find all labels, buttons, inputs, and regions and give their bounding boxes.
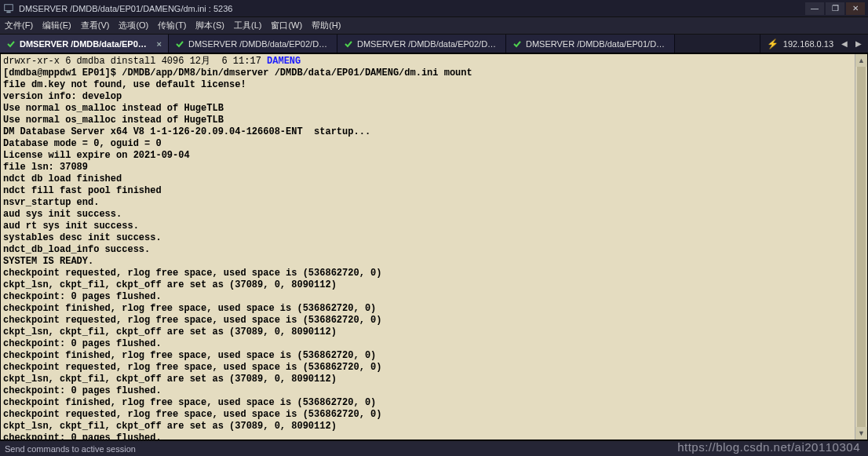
tab-bar: DMSERVER /DMDB/data/EP01/DAMENG/... × DM… [0, 35, 868, 53]
session-tab-0[interactable]: DMSERVER /DMDB/data/EP01/DAMENG/... × [0, 35, 169, 53]
menu-file[interactable]: 文件(F) [5, 20, 33, 31]
tab-label: DMSERVER /DMDB/data/EP01/DAMENG/dm.ini .… [526, 39, 668, 49]
tab-prev-button[interactable]: ◀ [838, 39, 851, 48]
host-indicator: ⚡ 192.168.0.13 ◀ ▶ [760, 35, 868, 53]
terminal-pane: drwxr-xr-x 6 dmdba dinstall 4096 12月 6 1… [0, 53, 868, 440]
close-button[interactable]: ✕ [846, 2, 865, 15]
title-bar: DMSERVER /DMDB/data/EP01/DAMENG/dm.ini :… [0, 0, 868, 17]
menu-view[interactable]: 查看(V) [81, 20, 110, 31]
minimize-button[interactable]: — [805, 2, 824, 15]
app-icon [3, 3, 14, 14]
session-tab-2[interactable]: DMSERVER /DMDB/data/EP02/DAMENG/dm.ini .… [337, 35, 506, 53]
menu-help[interactable]: 帮助(H) [312, 20, 341, 31]
checkmark-icon [512, 39, 522, 49]
svg-rect-1 [6, 11, 10, 13]
window-controls: — ❐ ✕ [805, 2, 865, 15]
lightning-icon: ⚡ [767, 38, 779, 49]
checkmark-icon [175, 39, 184, 49]
window-title: DMSERVER /DMDB/data/EP01/DAMENG/dm.ini :… [19, 4, 805, 13]
session-tab-1[interactable]: DMSERVER /DMDB/data/EP02/DAMENG/dm.ini .… [169, 35, 337, 53]
menu-option[interactable]: 选项(O) [119, 20, 148, 31]
svg-rect-0 [5, 4, 13, 10]
tab-close-icon[interactable]: × [157, 39, 162, 49]
tab-label: DMSERVER /DMDB/data/EP01/DAMENG/... [20, 39, 151, 49]
menu-bar: 文件(F) 编辑(E) 查看(V) 选项(O) 传输(T) 脚本(S) 工具(L… [0, 17, 868, 35]
remote-host-label: 192.168.0.13 [783, 39, 833, 49]
restore-button[interactable]: ❐ [826, 2, 844, 15]
menu-edit[interactable]: 编辑(E) [42, 20, 71, 31]
terminal-output[interactable]: drwxr-xr-x 6 dmdba dinstall 4096 12月 6 1… [1, 54, 867, 440]
status-bar: Send commands to active session [0, 440, 868, 456]
tab-label: DMSERVER /DMDB/data/EP02/DAMENG/dm.ini .… [188, 39, 330, 49]
menu-transfer[interactable]: 传输(T) [158, 20, 186, 31]
checkmark-icon [6, 39, 16, 49]
status-text: Send commands to active session [5, 444, 136, 454]
menu-tool[interactable]: 工具(L) [234, 20, 261, 31]
tab-next-button[interactable]: ▶ [852, 39, 865, 48]
session-tab-3[interactable]: DMSERVER /DMDB/data/EP01/DAMENG/dm.ini .… [506, 35, 675, 53]
checkmark-icon [344, 39, 353, 49]
scroll-up-button[interactable]: ▲ [855, 54, 867, 67]
terminal-scrollbar[interactable]: ▲ ▼ [855, 54, 867, 440]
tab-label: DMSERVER /DMDB/data/EP02/DAMENG/dm.ini .… [357, 39, 499, 49]
menu-script[interactable]: 脚本(S) [195, 20, 224, 31]
scroll-thumb[interactable] [857, 67, 866, 427]
menu-window[interactable]: 窗口(W) [271, 20, 302, 31]
scroll-down-button[interactable]: ▼ [855, 427, 867, 440]
